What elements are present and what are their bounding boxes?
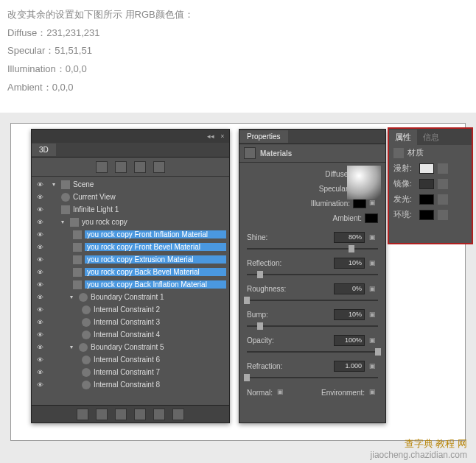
tab-info[interactable]: 信息 [417, 130, 445, 145]
tab-3d[interactable]: 3D [32, 144, 56, 156]
filter-material-icon[interactable] [115, 161, 127, 173]
eye-icon[interactable]: 👁 [35, 367, 45, 378]
eye-icon[interactable]: 👁 [35, 230, 45, 240]
light-row[interactable]: 👁Infinite Light 1 [32, 203, 229, 216]
collapse-icon[interactable]: ◂◂ [207, 132, 214, 140]
delete-icon[interactable] [172, 409, 184, 420]
folder-icon[interactable] [438, 210, 448, 220]
constraint-row[interactable]: 👁Internal Constraint 6 [32, 353, 229, 366]
constraint-row[interactable]: 👁Internal Constraint 8 [32, 378, 229, 391]
folder-icon[interactable]: ▣ [369, 233, 378, 242]
filter-camera-icon[interactable] [153, 161, 165, 173]
camera-icon[interactable] [134, 409, 146, 420]
chevron-down-icon[interactable]: ▾ [70, 344, 76, 350]
cp-swatch[interactable] [419, 210, 434, 220]
slider-knob[interactable] [244, 374, 250, 381]
add-icon[interactable] [115, 409, 127, 420]
tab-attributes[interactable]: 属性 [389, 130, 417, 145]
boundary-row[interactable]: 👁▾Boundary Constraint 5 [32, 341, 229, 353]
eye-icon[interactable]: 👁 [35, 205, 45, 215]
slider-value[interactable]: 100% [334, 335, 365, 346]
folder-icon[interactable]: ▣ [369, 388, 378, 397]
filter-mesh-icon[interactable] [96, 161, 108, 173]
slider-knob[interactable] [244, 297, 250, 304]
slider-track[interactable] [247, 322, 378, 331]
illum-swatch[interactable] [353, 199, 366, 208]
slider-value[interactable]: 10% [334, 258, 365, 269]
constraint-row[interactable]: 👁Internal Constraint 2 [32, 303, 229, 316]
eye-icon[interactable]: 👁 [35, 317, 45, 328]
eye-icon[interactable]: 👁 [35, 292, 45, 303]
scene-row[interactable]: 👁▾Scene [32, 178, 229, 191]
render-icon[interactable] [77, 409, 88, 420]
slider-knob[interactable] [375, 348, 381, 356]
chevron-down-icon[interactable]: ▾ [70, 294, 76, 300]
normal-label: Normal: [247, 389, 273, 397]
material-row[interactable]: 👁you rock copy Extrusion Material [32, 253, 229, 266]
panel-header[interactable]: ◂◂ × [32, 130, 229, 143]
eye-icon[interactable]: 👁 [35, 280, 45, 290]
folder-icon[interactable]: ▣ [369, 362, 378, 371]
chevron-down-icon[interactable]: ▾ [52, 181, 58, 188]
folder-icon[interactable]: ▣ [277, 388, 286, 397]
folder-icon[interactable]: ▣ [369, 336, 378, 345]
eye-icon[interactable]: 👁 [35, 267, 45, 278]
material-row[interactable]: 👁you rock copy Front Bevel Material [32, 241, 229, 253]
constraint-row[interactable]: 👁Internal Constraint 3 [32, 316, 229, 328]
chevron-down-icon[interactable]: ▾ [61, 219, 67, 225]
eye-icon[interactable]: 👁 [35, 305, 45, 315]
slider-knob[interactable] [257, 322, 263, 330]
slider-track[interactable] [247, 296, 378, 305]
slider-knob[interactable] [257, 271, 263, 278]
close-icon[interactable]: × [219, 132, 226, 140]
folder-icon[interactable]: ▣ [369, 311, 378, 319]
slider-track[interactable] [247, 244, 378, 253]
eye-icon[interactable]: 👁 [35, 255, 45, 265]
mesh-row[interactable]: 👁▾you rock copy [32, 216, 229, 228]
folder-icon[interactable] [438, 163, 448, 174]
material-row[interactable]: 👁you rock copy Back Bevel Material [32, 266, 229, 278]
folder-icon[interactable] [438, 179, 448, 189]
slider-track[interactable] [247, 270, 378, 279]
folder-icon[interactable]: ▣ [369, 285, 378, 294]
folder-icon[interactable]: ▣ [369, 199, 378, 208]
material-icon [73, 230, 82, 239]
eye-icon[interactable]: 👁 [35, 355, 45, 365]
slider-track[interactable] [247, 347, 378, 356]
boundary-row[interactable]: 👁▾Boundary Constraint 1 [32, 291, 229, 303]
filter-light-icon[interactable] [134, 161, 146, 173]
cp-swatch[interactable] [419, 179, 434, 189]
eye-icon[interactable]: 👁 [35, 342, 45, 353]
tab-properties[interactable]: Properties [239, 130, 288, 143]
eye-icon[interactable]: 👁 [35, 180, 45, 190]
eye-icon[interactable]: 👁 [35, 330, 45, 340]
cp-swatch[interactable] [419, 163, 434, 174]
material-preview[interactable] [347, 166, 381, 199]
constraint-row[interactable]: 👁Internal Constraint 7 [32, 366, 229, 378]
eye-icon[interactable]: 👁 [35, 217, 45, 227]
cp-swatch[interactable] [419, 194, 434, 205]
constraint-icon [82, 305, 91, 314]
eye-icon[interactable]: 👁 [35, 380, 45, 390]
slider-value[interactable]: 10% [334, 309, 365, 320]
eye-icon[interactable]: 👁 [35, 192, 45, 202]
constraint-row[interactable]: 👁Internal Constraint 4 [32, 328, 229, 341]
eye-icon[interactable]: 👁 [35, 242, 45, 252]
slider-value[interactable]: 80% [334, 232, 365, 243]
folder-icon[interactable]: ▣ [369, 259, 378, 268]
folder-icon[interactable] [438, 194, 448, 205]
slider-knob[interactable] [349, 245, 354, 252]
slider-row: Bump:10%▣ [247, 309, 378, 320]
material-row[interactable]: 👁you rock copy Front Inflation Material [32, 228, 229, 241]
camera-icon [61, 193, 70, 202]
material-row[interactable]: 👁you rock copy Back Inflation Material [32, 278, 229, 291]
view-row[interactable]: 👁Current View [32, 191, 229, 203]
slider-value[interactable]: 1.000 [334, 361, 365, 372]
light-toggle-icon[interactable] [96, 409, 108, 420]
new-icon[interactable] [153, 409, 165, 420]
slider-label: Bump: [247, 311, 329, 319]
slider-value[interactable]: 0% [334, 283, 365, 294]
slider-track[interactable] [247, 373, 378, 382]
slider-label: Shine: [247, 233, 329, 241]
ambient-swatch[interactable] [365, 213, 378, 223]
